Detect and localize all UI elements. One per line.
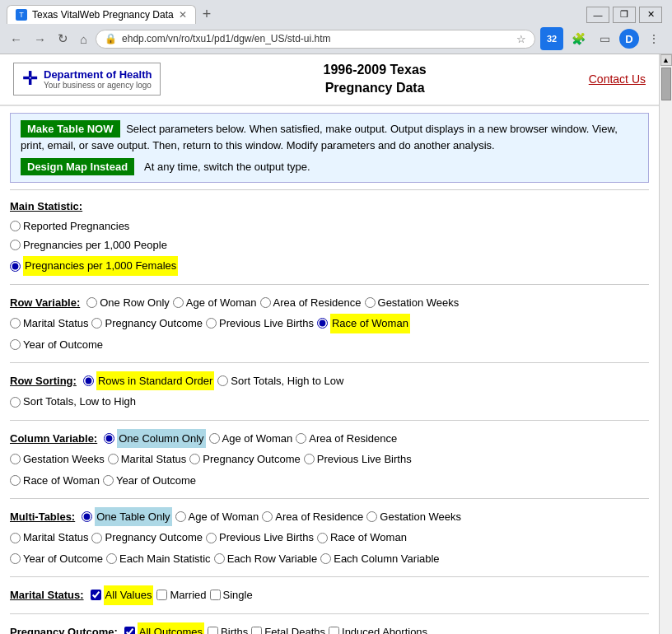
ms-pregnancies-per-1000-females[interactable]: Pregnancies per 1,000 Females [10,256,178,275]
restore-button[interactable]: ❒ [613,7,636,23]
rv-area-of-residence[interactable]: Area of Residence [260,293,362,312]
forward-button[interactable]: → [30,30,49,48]
tab-title: Texas VitalWeb Pregnancy Data [32,9,174,21]
back-button[interactable]: ← [7,30,26,48]
page-title: 1996-2009 Texas Pregnancy Data [161,61,588,98]
column-variable-label: Column Variable: [10,429,97,448]
mt-year-of-outcome[interactable]: Year of Outcome [10,549,103,568]
multi-tables-row3: Year of Outcome Each Main Statistic Each… [10,549,649,568]
new-tab-button[interactable]: + [203,6,212,23]
logo-cross-icon: ✛ [22,68,37,90]
page-header: ✛ Department of Health Your business or … [0,54,659,106]
main-area: Make Table NOW Select parameters below. … [0,106,659,634]
cv-previous-live-births[interactable]: Previous Live Births [304,450,412,469]
scrollbar-vertical[interactable]: ▲ [659,54,672,634]
design-map-row: Design Map Instead At any time, switch t… [21,158,638,175]
rv-race-of-woman[interactable]: Race of Woman [317,314,410,333]
rs-sort-totals-high-low[interactable]: Sort Totals, High to Low [217,371,343,390]
row-sorting-row1: Row Sorting: Rows in Standard Order Sort… [10,371,649,390]
cv-one-column-only[interactable]: One Column Only [104,429,205,448]
bookmark-icon[interactable]: ☆ [516,33,526,45]
mst-all-values[interactable]: All Values [91,585,154,604]
make-table-button[interactable]: Make Table NOW [21,120,120,138]
rv-pregnancy-outcome[interactable]: Pregnancy Outcome [91,314,203,333]
ms-reported-pregnancies[interactable]: Reported Pregnancies [10,217,649,235]
row-sorting-row2: Sort Totals, Low to High [10,392,649,411]
toolbar-icons: 32 🧩 ▭ D ⋮ [540,27,665,50]
marital-status-section: Marital Status: All Values Married Singl… [10,576,649,613]
reload-button[interactable]: ↻ [54,30,72,48]
mst-single[interactable]: Single [210,585,253,604]
mt-previous-live-births[interactable]: Previous Live Births [206,528,314,547]
pregnancy-outcome-section: Pregnancy Outcome: All Outcomes Births F… [10,613,649,634]
cv-year-of-outcome[interactable]: Year of Outcome [103,471,196,490]
home-button[interactable]: ⌂ [77,30,91,48]
tab-favicon: T [16,9,27,21]
column-variable-row1: Column Variable: One Column Only Age of … [10,429,649,448]
mt-each-main-statistic[interactable]: Each Main Statistic [106,549,211,568]
extension-badge[interactable]: 32 [540,27,563,50]
browser-chrome: T Texas VitalWeb Pregnancy Data ✕ + — ❒ … [0,0,672,54]
rs-rows-standard-order[interactable]: Rows in Standard Order [83,371,214,390]
mt-area-of-residence[interactable]: Area of Residence [262,507,363,526]
sidebar-icon[interactable]: ▭ [593,27,616,50]
rv-year-of-outcome[interactable]: Year of Outcome [10,335,103,354]
scroll-thumb[interactable] [661,68,671,100]
cv-area-of-residence[interactable]: Area of Residence [296,429,397,448]
mt-one-table-only[interactable]: One Table Only [82,507,171,526]
page-inner: ✛ Department of Health Your business or … [0,54,659,634]
logo-text-block: Department of Health Your business or ag… [44,68,152,90]
page-title-block: 1996-2009 Texas Pregnancy Data [161,61,588,98]
mt-each-column-variable[interactable]: Each Column Variable [320,549,439,568]
profile-button[interactable]: D [619,29,639,49]
window-controls: — ❒ ✕ [586,7,665,23]
puzzle-icon[interactable]: 🧩 [567,27,590,50]
ms-pregnancies-per-1000-people[interactable]: Pregnancies per 1,000 People [10,235,649,254]
rs-sort-totals-low-high[interactable]: Sort Totals, Low to High [10,392,136,411]
contact-link[interactable]: Contact Us [589,72,646,86]
marital-status-label: Marital Status: [10,585,84,604]
logo-box: ✛ Department of Health Your business or … [13,63,161,96]
rv-previous-live-births[interactable]: Previous Live Births [206,314,314,333]
page-wrapper: ✛ Department of Health Your business or … [0,54,672,634]
column-variable-section: Column Variable: One Column Only Age of … [10,420,649,498]
column-variable-row2: Gestation Weeks Marital Status Pregnancy… [10,450,649,469]
main-statistic-options: Reported Pregnancies Pregnancies per 1,0… [10,217,649,255]
close-button[interactable]: ✕ [639,7,662,23]
design-map-description: At any time, switch the output type. [144,159,310,175]
row-variable-row3: Year of Outcome [10,335,649,354]
minimize-button[interactable]: — [586,7,609,23]
mst-married[interactable]: Married [156,585,206,604]
po-births[interactable]: Births [208,622,248,634]
multi-tables-label: Multi-Tables: [10,507,75,526]
multi-tables-section: Multi-Tables: One Table Only Age of Woma… [10,498,649,576]
scroll-up-button[interactable]: ▲ [660,54,672,66]
cv-pregnancy-outcome[interactable]: Pregnancy Outcome [189,450,301,469]
mt-pregnancy-outcome[interactable]: Pregnancy Outcome [91,528,203,547]
cv-gestation-weeks[interactable]: Gestation Weeks [10,450,105,469]
mt-age-of-woman[interactable]: Age of Woman [175,507,259,526]
mt-gestation-weeks[interactable]: Gestation Weeks [366,507,461,526]
cv-race-of-woman[interactable]: Race of Woman [10,471,100,490]
po-fetal-deaths[interactable]: Fetal Deaths [251,622,325,634]
design-map-button[interactable]: Design Map Instead [21,158,134,175]
mt-race-of-woman[interactable]: Race of Woman [317,528,407,547]
info-box: Make Table NOW Select parameters below. … [10,113,649,184]
rv-gestation-weeks[interactable]: Gestation Weeks [365,293,460,312]
make-table-row: Make Table NOW Select parameters below. … [21,120,638,154]
mt-marital-status[interactable]: Marital Status [10,528,88,547]
tab-close-button[interactable]: ✕ [179,9,187,21]
rv-marital-status[interactable]: Marital Status [10,314,88,333]
tab-bar: T Texas VitalWeb Pregnancy Data ✕ + — ❒ … [0,0,672,24]
cv-marital-status[interactable]: Marital Status [108,450,186,469]
url-bar[interactable]: 🔒 ehdp.com/vn/ro/txu1/pd1/dgw/en_US/std-… [96,30,535,49]
cv-age-of-woman[interactable]: Age of Woman [209,429,293,448]
rv-age-of-woman[interactable]: Age of Woman [173,293,257,312]
active-tab[interactable]: T Texas VitalWeb Pregnancy Data ✕ [7,5,196,24]
rv-one-row-only[interactable]: One Row Only [86,293,170,312]
marital-status-row1: Marital Status: All Values Married Singl… [10,585,649,604]
po-induced-abortions[interactable]: Induced Abortions [329,622,427,634]
menu-button[interactable]: ⋮ [642,27,665,50]
mt-each-row-variable[interactable]: Each Row Variable [214,549,318,568]
po-all-outcomes[interactable]: All Outcomes [124,622,204,634]
